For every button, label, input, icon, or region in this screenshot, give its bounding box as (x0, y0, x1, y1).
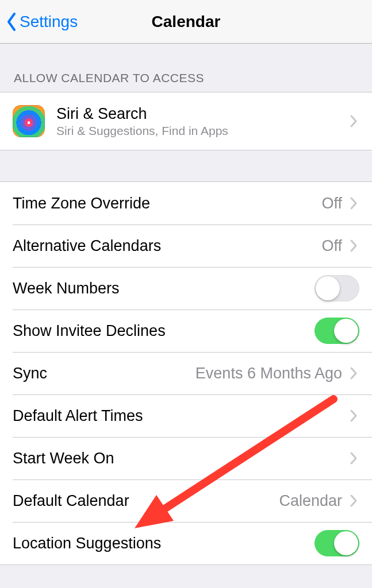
row-location-suggestions: Location Suggestions (0, 522, 372, 564)
row-siri-search[interactable]: Siri & Search Siri & Suggestions, Find i… (0, 92, 372, 150)
chevron-right-icon (350, 114, 358, 128)
row-label: Show Invitee Declines (13, 322, 315, 340)
chevron-right-icon (350, 239, 358, 253)
row-label: Start Week On (13, 450, 348, 467)
row-alternative-calendars[interactable]: Alternative Calendars Off (0, 225, 372, 267)
row-label: Location Suggestions (13, 535, 315, 552)
row-value: Off (321, 237, 342, 255)
chevron-right-icon (350, 451, 358, 465)
row-label: Sync (13, 365, 195, 382)
row-sync[interactable]: Sync Events 6 Months Ago (0, 352, 372, 394)
group-settings: Time Zone Override Off Alternative Calen… (0, 181, 372, 565)
row-label: Default Calendar (13, 492, 279, 510)
chevron-left-icon (6, 12, 17, 32)
navbar: Settings Calendar (0, 0, 372, 44)
row-main: Siri & Search Siri & Suggestions, Find i… (56, 105, 348, 138)
switch-location-suggestions[interactable] (315, 530, 359, 556)
row-default-calendar[interactable]: Default Calendar Calendar (0, 479, 372, 522)
row-default-alert-times[interactable]: Default Alert Times (0, 394, 372, 437)
row-time-zone-override[interactable]: Time Zone Override Off (0, 182, 372, 225)
row-value: Events 6 Months Ago (195, 365, 342, 382)
switch-show-invitee-declines[interactable] (315, 318, 359, 344)
row-value: Off (321, 195, 342, 212)
section-header-allow-access: ALLOW CALENDAR TO ACCESS (0, 44, 372, 92)
chevron-right-icon (350, 196, 358, 210)
group-spacer (0, 150, 372, 181)
chevron-right-icon (350, 494, 358, 508)
siri-subtitle: Siri & Suggestions, Find in Apps (56, 124, 348, 138)
row-label: Time Zone Override (13, 195, 321, 212)
chevron-right-icon (350, 409, 358, 423)
row-label: Alternative Calendars (13, 237, 321, 255)
row-show-invitee-declines: Show Invitee Declines (0, 310, 372, 352)
back-button[interactable]: Settings (0, 12, 78, 32)
chevron-right-icon (350, 366, 358, 380)
row-start-week-on[interactable]: Start Week On (0, 437, 372, 479)
row-label: Default Alert Times (13, 407, 348, 425)
back-label: Settings (20, 13, 78, 31)
siri-title: Siri & Search (56, 105, 348, 123)
group-siri: Siri & Search Siri & Suggestions, Find i… (0, 92, 372, 150)
siri-icon (13, 105, 45, 137)
row-label: Week Numbers (13, 280, 315, 297)
row-week-numbers: Week Numbers (0, 267, 372, 310)
switch-week-numbers[interactable] (315, 275, 359, 301)
disclosure (348, 114, 359, 128)
row-value: Calendar (279, 492, 342, 510)
